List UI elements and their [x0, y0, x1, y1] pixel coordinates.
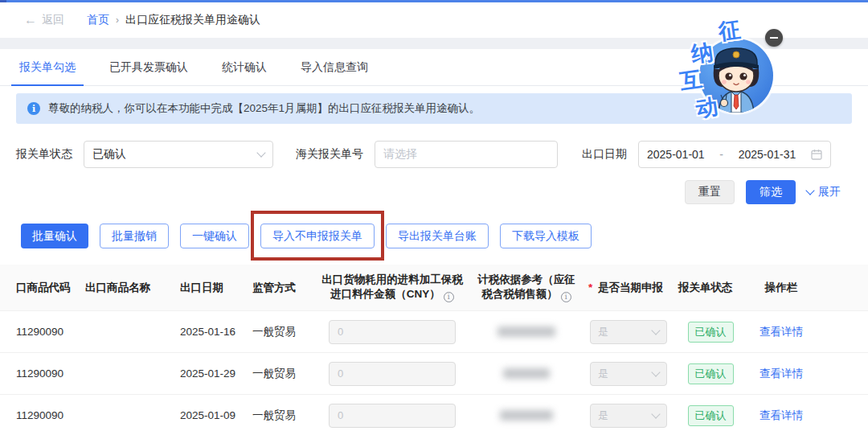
table-row: 11290090 2025-01-16 一般贸易 0 是 已确认 查看详情 — [0, 310, 868, 352]
back-arrow-icon: ← — [24, 13, 37, 27]
mascot-char-hu: 互 — [678, 64, 704, 96]
view-details-link[interactable]: 查看详情 — [760, 409, 803, 421]
tab-issued-invoice-confirm[interactable]: 已开具发票确认 — [108, 50, 190, 85]
status-badge: 已确认 — [688, 405, 734, 426]
export-date-range-picker[interactable]: 2025-01-01 - 2025-01-31 — [638, 141, 831, 168]
export-date-filter-label: 出口日期 — [582, 147, 627, 162]
date-start-value: 2025-01-01 — [647, 148, 705, 161]
mascot-char-zheng: 征 — [717, 14, 743, 46]
table-row: 11290090 2025-01-29 一般贸易 0 是 已确认 查看详情 — [0, 352, 868, 394]
chevron-down-icon — [651, 409, 660, 418]
import-undeclared-button[interactable]: 导入不申报报关单 — [260, 224, 375, 248]
info-circle-icon[interactable]: i — [444, 292, 454, 302]
status-filter-select[interactable]: 已确认 — [84, 141, 273, 168]
customs-no-input[interactable]: 请选择 — [375, 141, 558, 168]
cell-product-code: 11290090 — [0, 409, 80, 421]
status-badge: 已确认 — [688, 363, 734, 384]
breadcrumb-separator: › — [116, 14, 119, 26]
reset-button[interactable]: 重置 — [685, 180, 735, 204]
tab-import-info-query[interactable]: 导入信息查询 — [299, 50, 370, 85]
required-asterisk: * — [588, 281, 592, 293]
filter-actions: 重置 筛选 展开 — [0, 180, 868, 204]
declare-select-disabled: 是 — [590, 404, 667, 428]
expand-label: 展开 — [818, 185, 841, 199]
one-click-confirm-button[interactable]: 一键确认 — [180, 224, 249, 248]
calendar-icon — [811, 149, 822, 160]
download-template-button[interactable]: 下载导入模板 — [500, 224, 592, 248]
header-product-code: 口商品代码 — [0, 281, 80, 295]
table-row: 11290090 2025-01-09 一般贸易 0 是 已确认 查看详情 — [0, 394, 868, 431]
date-end-value: 2025-01-31 — [739, 148, 796, 161]
cell-product-code: 11290090 — [0, 367, 80, 380]
cell-supervision-mode: 一般贸易 — [248, 408, 315, 423]
status-filter-value: 已确认 — [92, 147, 126, 162]
mascot-char-na: 纳 — [690, 37, 715, 68]
masked-taxbase-value — [497, 326, 555, 337]
cell-export-date: 2025-01-09 — [175, 409, 248, 421]
chevron-down-icon — [256, 148, 265, 157]
header-supervision-mode: 监管方式 — [248, 281, 315, 295]
back-label: 返回 — [42, 13, 64, 27]
batch-revoke-button[interactable]: 批量撤销 — [100, 224, 169, 248]
view-details-link[interactable]: 查看详情 — [760, 326, 803, 338]
bonded-amount-input-disabled: 0 — [329, 320, 456, 344]
customs-no-placeholder: 请选择 — [383, 147, 417, 162]
back-button[interactable]: ← 返回 — [24, 13, 64, 27]
chevron-down-icon — [651, 326, 660, 335]
status-badge: 已确认 — [688, 322, 734, 343]
header-taxbase: 计税依据参考（应征税含税销售额）i — [469, 273, 583, 302]
date-range-separator: - — [719, 148, 723, 161]
tab-statistics-confirm[interactable]: 统计确认 — [220, 50, 268, 85]
cell-supervision-mode: 一般贸易 — [248, 367, 315, 381]
bonded-amount-input-disabled: 0 — [329, 362, 456, 386]
table-header-row: 口商品代码 出口商品名称 出口日期 监管方式 出口货物耗用的进料加工保税进口料件… — [0, 265, 868, 310]
header-export-date: 出口日期 — [175, 281, 248, 295]
mascot-char-dong: 动 — [694, 92, 720, 123]
tax-interaction-mascot-widget[interactable]: 征 纳 互 动 — [672, 18, 778, 121]
declare-select-disabled: 是 — [590, 362, 667, 386]
declare-select-disabled: 是 — [590, 320, 667, 344]
info-icon: i — [27, 102, 40, 115]
masked-taxbase-value — [503, 368, 550, 379]
page-title: 出口应征税报关单用途确认 — [125, 13, 260, 27]
chevron-down-icon — [805, 186, 814, 195]
header-bonded-amount: 出口货物耗用的进料加工保税进口料件金额（CNY）i — [315, 273, 469, 302]
cell-export-date: 2025-01-29 — [175, 367, 248, 380]
cell-product-code: 11290090 — [0, 326, 80, 338]
breadcrumb-home-link[interactable]: 首页 — [87, 13, 109, 27]
info-banner-text: 尊敬的纳税人，你可以在本功能中完成【2025年1月属期】的出口应征税报关单用途确… — [48, 101, 480, 116]
chevron-down-icon — [651, 367, 660, 376]
minimize-mascot-button minus-icon[interactable] — [765, 29, 783, 47]
filter-row: 报关单状态 已确认 海关报关单号 请选择 出口日期 2025-01-01 - 2… — [0, 141, 868, 168]
customs-no-filter-label: 海关报关单号 — [296, 147, 363, 162]
expand-toggle[interactable]: 展开 — [807, 185, 841, 199]
bonded-amount-input-disabled: 0 — [329, 404, 456, 428]
header-actions: 操作栏 — [747, 281, 815, 295]
cell-export-date: 2025-01-16 — [175, 326, 248, 338]
header-declaration-status: 报关单状态 — [674, 281, 747, 295]
masked-taxbase-value — [500, 410, 553, 421]
info-circle-icon[interactable]: i — [561, 292, 571, 302]
status-filter-label: 报关单状态 — [16, 147, 72, 162]
action-button-row: 批量确认 批量撤销 一键确认 导入不申报报关单 导出报关单台账 下载导入模板 — [0, 224, 868, 248]
declarations-table: 口商品代码 出口商品名称 出口日期 监管方式 出口货物耗用的进料加工保税进口料件… — [0, 265, 868, 431]
export-ledger-button[interactable]: 导出报关单台账 — [386, 224, 489, 248]
filter-button[interactable]: 筛选 — [746, 180, 796, 204]
view-details-link[interactable]: 查看详情 — [760, 367, 803, 380]
batch-confirm-button[interactable]: 批量确认 — [21, 224, 88, 248]
header-product-name: 出口商品名称 — [80, 281, 175, 295]
cell-supervision-mode: 一般贸易 — [248, 325, 315, 339]
header-declare-current: * 是否当期申报 — [583, 281, 674, 295]
tab-declaration-select[interactable]: 报关单勾选 — [18, 50, 77, 85]
